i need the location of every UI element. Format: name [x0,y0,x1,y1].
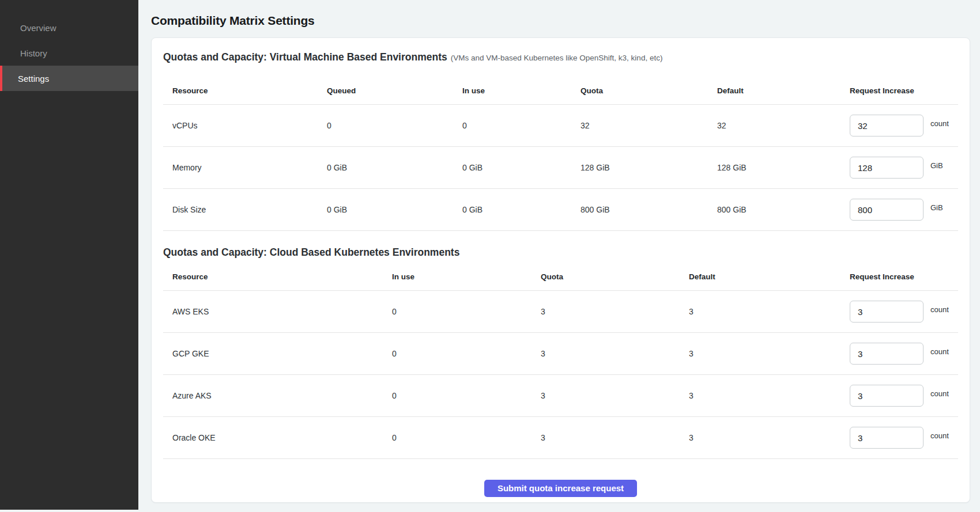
unit-label: count [930,347,949,356]
cell-quota: 3 [541,391,689,400]
table-row-memory: Memory 0 GiB 0 GiB 128 GiB 128 GiB GiB [163,147,958,189]
cell-quota: 3 [541,349,689,358]
column-header-quota: Quota [541,272,689,290]
sidebar-item-history[interactable]: History [0,40,138,66]
cell-in-use: 0 GiB [462,205,581,214]
column-header-quota: Quota [581,86,717,104]
cell-quota: 800 GiB [581,205,717,214]
vm-section-heading: Quotas and Capacity: Virtual Machine Bas… [163,51,958,65]
cell-default: 32 [717,121,850,130]
cell-default: 3 [689,307,850,316]
cell-quota: 32 [581,121,717,130]
aws-eks-request-increase-input[interactable] [850,301,924,323]
vm-section-heading-text: Quotas and Capacity: Virtual Machine Bas… [163,51,447,63]
unit-label: GiB [930,161,943,170]
cell-request-increase: count [850,427,958,449]
cell-request-increase: GiB [850,157,958,179]
disk-size-request-increase-input[interactable] [850,199,924,221]
vm-section-subheading: (VMs and VM-based Kubernetes like OpenSh… [451,54,663,62]
sidebar-item-label: Settings [18,74,49,84]
azure-aks-request-increase-input[interactable] [850,385,924,407]
vcpus-request-increase-input[interactable] [850,115,924,136]
cell-default: 800 GiB [717,205,850,214]
oracle-oke-request-increase-input[interactable] [850,427,924,449]
cell-default: 128 GiB [717,163,850,172]
sidebar-item-settings[interactable]: Settings [0,66,138,91]
cell-in-use: 0 [462,121,581,130]
cell-in-use: 0 [392,307,541,316]
column-header-in-use: In use [392,272,541,290]
unit-label: count [930,305,949,314]
card-footer: Submit quota increase request [163,480,958,497]
column-header-default: Default [717,86,850,104]
unit-label: count [930,119,949,128]
cell-resource: AWS EKS [163,307,392,316]
cell-request-increase: count [850,301,958,323]
column-header-default: Default [689,272,850,290]
app-window: Overview History Settings Compatibility … [0,0,980,512]
column-header-resource: Resource [163,86,327,104]
cell-in-use: 0 [392,433,541,442]
page-title: Compatibility Matrix Settings [151,14,970,28]
cell-default: 3 [689,349,850,358]
cell-queued: 0 [327,121,462,130]
column-header-request-increase: Request Increase [850,86,958,104]
vm-table-header: Resource Queued In use Quota Default Req… [163,65,958,105]
sidebar: Overview History Settings [0,0,138,510]
cell-quota: 128 GiB [581,163,717,172]
cloud-section-heading: Quotas and Capacity: Cloud Based Kuberne… [163,246,958,259]
cell-resource: Disk Size [163,205,327,214]
column-header-request-increase: Request Increase [850,272,958,290]
table-row-aws-eks: AWS EKS 0 3 3 count [163,291,958,333]
unit-label: GiB [930,203,943,212]
cloud-section-heading-text: Quotas and Capacity: Cloud Based Kuberne… [163,246,459,258]
sidebar-item-overview[interactable]: Overview [0,15,138,40]
table-row-oracle-oke: Oracle OKE 0 3 3 count [163,417,958,459]
sidebar-item-label: Overview [20,23,56,33]
cell-quota: 3 [541,433,689,442]
sidebar-nav: Overview History Settings [0,15,138,91]
submit-quota-increase-button[interactable]: Submit quota increase request [484,480,637,497]
cell-quota: 3 [541,307,689,316]
sidebar-item-label: History [20,48,47,58]
unit-label: count [930,389,949,398]
gcp-gke-request-increase-input[interactable] [850,343,924,365]
main-content: Compatibility Matrix Settings Quotas and… [138,0,980,512]
cell-in-use: 0 GiB [462,163,581,172]
table-row-vcpus: vCPUs 0 0 32 32 count [163,105,958,147]
cell-request-increase: count [850,343,958,365]
cloud-table-header: Resource In use Quota Default Request In… [163,259,958,291]
cell-request-increase: count [850,385,958,407]
column-header-in-use: In use [462,86,581,104]
cell-request-increase: GiB [850,199,958,221]
memory-request-increase-input[interactable] [850,157,924,179]
cell-resource: Memory [163,163,327,172]
cell-default: 3 [689,391,850,400]
table-row-azure-aks: Azure AKS 0 3 3 count [163,375,958,417]
quotas-card: Quotas and Capacity: Virtual Machine Bas… [151,37,970,503]
column-header-resource: Resource [163,272,392,290]
column-header-queued: Queued [327,86,462,104]
cell-resource: vCPUs [163,121,327,130]
cell-request-increase: count [850,115,958,136]
cell-resource: Oracle OKE [163,433,392,442]
cell-default: 3 [689,433,850,442]
cell-resource: GCP GKE [163,349,392,358]
cell-in-use: 0 [392,391,541,400]
cell-queued: 0 GiB [327,205,462,214]
cell-in-use: 0 [392,349,541,358]
cell-queued: 0 GiB [327,163,462,172]
cell-resource: Azure AKS [163,391,392,400]
unit-label: count [930,431,949,440]
table-row-disk-size: Disk Size 0 GiB 0 GiB 800 GiB 800 GiB Gi… [163,189,958,231]
table-row-gcp-gke: GCP GKE 0 3 3 count [163,333,958,375]
